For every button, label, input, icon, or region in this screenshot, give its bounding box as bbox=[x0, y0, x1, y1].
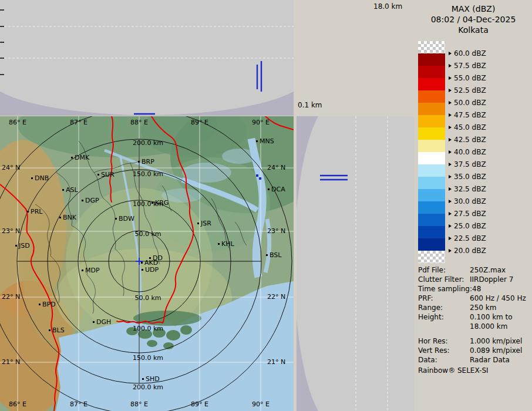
city-code: JSR bbox=[201, 220, 211, 227]
colorbar-band bbox=[418, 90, 445, 103]
city-dot-icon bbox=[39, 304, 41, 305]
colorbar-band bbox=[418, 127, 445, 140]
info-value: 250Z.max bbox=[470, 265, 506, 275]
colorbar-band bbox=[418, 152, 445, 164]
city-code: DNB bbox=[35, 175, 49, 181]
city-code: JSD bbox=[19, 242, 30, 249]
colorbar-tick-text: 50.0 dBZ bbox=[454, 99, 486, 107]
colorbar-band bbox=[418, 226, 445, 238]
lat-label-left: 23° N bbox=[2, 227, 20, 235]
colorbar-tick-text: 37.5 dBZ bbox=[454, 160, 486, 169]
lon-label-top: 87° E bbox=[68, 119, 89, 126]
colorbar-tick-label: 27.5 dBZ bbox=[449, 209, 486, 218]
city-code: SHD bbox=[146, 376, 160, 382]
info-label: Data: bbox=[418, 355, 470, 365]
city-code: ASL bbox=[66, 187, 78, 193]
tick-arrow-icon bbox=[449, 138, 452, 142]
city-marker: JSD bbox=[15, 242, 30, 249]
colorbar-tick-text: 52.5 dBZ bbox=[454, 86, 486, 95]
colorbar-tick-label: 32.5 dBZ bbox=[449, 184, 486, 194]
tick-arrow-icon bbox=[449, 101, 452, 105]
colorbar-tick-text: 30.0 dBZ bbox=[454, 197, 486, 206]
colorbar-band bbox=[418, 164, 445, 177]
city-dot-icon bbox=[151, 202, 153, 204]
colorbar-tick-label: 30.0 dBZ bbox=[449, 197, 486, 206]
city-code: BDW bbox=[119, 215, 134, 222]
tick-arrow-icon bbox=[449, 64, 452, 68]
city-code: KHL bbox=[221, 241, 234, 247]
colorbar-tick-text: 27.5 dBZ bbox=[454, 210, 486, 218]
product-datetime: 08:02 / 04-Dec-2025 bbox=[415, 14, 532, 25]
colorbar-tick-label: 52.5 dBZ bbox=[449, 86, 486, 95]
lon-label-bottom: 90° E bbox=[250, 400, 271, 408]
info-row: Height:0.100 km to bbox=[418, 312, 531, 322]
colorbar-tick-text: 35.0 dBZ bbox=[454, 173, 486, 181]
city-dot-icon bbox=[266, 254, 268, 256]
info-row: Pdf File:250Z.max bbox=[418, 265, 531, 275]
city-code: BSL bbox=[270, 252, 281, 258]
colorbar-tick-label: 55.0 dBZ bbox=[449, 73, 486, 83]
city-marker: DGH bbox=[93, 319, 111, 325]
city-marker: BRP bbox=[138, 159, 154, 165]
lat-label-right: 21° N bbox=[267, 358, 285, 366]
colorbar-tick-text: 47.5 dBZ bbox=[454, 111, 486, 119]
city-marker: DCA bbox=[268, 186, 285, 193]
info-value: IIRDoppler 7 bbox=[470, 275, 513, 284]
coverage-curve bbox=[297, 116, 376, 411]
city-marker: DNB bbox=[31, 175, 49, 181]
colorbar-tick-text: 42.5 dBZ bbox=[454, 136, 486, 144]
colorbar-tick-label: 45.0 dBZ bbox=[449, 123, 486, 132]
city-code: PRL bbox=[31, 208, 42, 215]
lat-label-right: 24° N bbox=[267, 164, 285, 171]
city-marker: BDW bbox=[115, 215, 134, 222]
city-marker: SUR bbox=[97, 171, 115, 178]
colorbar-tick-label: 47.5 dBZ bbox=[449, 110, 486, 120]
city-marker: MDP bbox=[82, 267, 100, 274]
colorbar-tick-label: 22.5 dBZ bbox=[449, 234, 486, 243]
info-row: PRF:600 Hz / 450 Hz bbox=[418, 294, 531, 303]
info-label: Height: bbox=[418, 312, 470, 322]
colorbar-band bbox=[418, 53, 445, 66]
city-marker: UDP bbox=[142, 267, 159, 273]
cross-section-right-panel bbox=[297, 116, 414, 411]
city-dot-icon bbox=[138, 161, 140, 163]
city-dot-icon bbox=[82, 269, 83, 271]
legend-header: MAX (dBZ) 08:02 / 04-Dec-2025 Kolkata bbox=[415, 4, 532, 35]
city-dot-icon bbox=[93, 321, 95, 323]
colorbar-band bbox=[418, 214, 445, 226]
tick-arrow-icon bbox=[449, 89, 452, 92]
city-code: BRP bbox=[142, 159, 154, 165]
city-marker: MNS bbox=[256, 138, 274, 144]
city-dot-icon bbox=[218, 243, 220, 245]
city-marker: DMK bbox=[71, 154, 89, 161]
lon-label-bottom: 88° E bbox=[129, 400, 150, 408]
info-value: 600 Hz / 450 Hz bbox=[470, 294, 526, 303]
radar-map-panel: 86° E86° E87° E87° E88° E88° E89° E89° E… bbox=[0, 116, 294, 411]
lat-label-right: 22° N bbox=[267, 293, 285, 301]
colorbar-swatches bbox=[418, 41, 445, 263]
city-code: DGH bbox=[96, 319, 111, 325]
colorbar-tick-text: 40.0 dBZ bbox=[454, 148, 486, 156]
info-value: 250 km bbox=[470, 303, 496, 312]
product-title: MAX (dBZ) bbox=[415, 4, 532, 14]
colorbar-tick-text: 32.5 dBZ bbox=[454, 185, 486, 193]
city-marker: AKD bbox=[141, 260, 158, 266]
info-row: Hor Res:1.000 km/pixel bbox=[418, 336, 531, 346]
info-row: Clutter Filter:IIRDoppler 7 bbox=[418, 275, 531, 284]
city-marker: BPD bbox=[39, 301, 56, 308]
info-row: Data:Radar Data bbox=[418, 355, 531, 365]
city-dot-icon bbox=[15, 245, 17, 247]
range-ring-label: 200.0 km bbox=[130, 139, 166, 147]
city-marker: ASL bbox=[62, 187, 78, 193]
colorbar-band bbox=[418, 238, 445, 251]
colorbar-tick-text: 45.0 dBZ bbox=[454, 123, 486, 132]
colorbar-no-data-bottom bbox=[418, 251, 445, 263]
range-ring-label: 200.0 km bbox=[130, 383, 166, 391]
info-value: 0.100 km to bbox=[470, 312, 513, 322]
colorbar-band bbox=[418, 78, 445, 90]
lat-label-left: 21° N bbox=[2, 358, 20, 366]
colorbar-tick-label: 20.0 dBZ bbox=[449, 246, 486, 255]
city-code: BLS bbox=[52, 327, 65, 333]
colorbar-tick-label: 50.0 dBZ bbox=[449, 98, 486, 107]
lon-label-bottom: 86° E bbox=[7, 400, 28, 408]
